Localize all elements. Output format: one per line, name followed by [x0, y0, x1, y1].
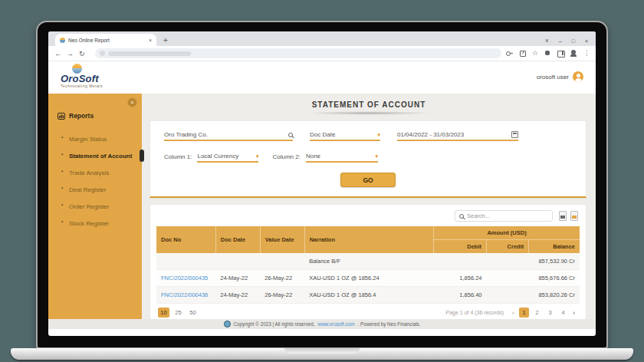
- page-size-50[interactable]: 50: [187, 308, 199, 318]
- col-credit[interactable]: Credit: [487, 240, 529, 254]
- column2-select[interactable]: None ▾: [306, 153, 378, 163]
- chevron-down-icon: ▾: [256, 153, 259, 160]
- column1-select[interactable]: Local Currency ▾: [197, 153, 258, 163]
- cell-credit: [487, 270, 529, 287]
- bullet-icon: ▪: [61, 152, 63, 156]
- sidebar-close-icon[interactable]: ×: [127, 97, 137, 107]
- user-menu[interactable]: orosoft user: [537, 71, 583, 82]
- sidebar-item-margin-status[interactable]: ▪ Margin Status: [48, 130, 142, 147]
- user-avatar-icon[interactable]: [573, 71, 583, 82]
- copyright-text: Copyright © 2023 | All rights reserved,: [234, 321, 315, 327]
- csv-label-band: [560, 216, 565, 219]
- browser-menu-icon[interactable]: ⋮: [583, 50, 590, 57]
- cell-narration: Balance B/F: [304, 253, 433, 270]
- next-page-icon[interactable]: ›: [573, 309, 575, 317]
- back-icon[interactable]: ←: [54, 50, 61, 58]
- sidebar-item-order-register[interactable]: ▪ Order Register: [48, 198, 142, 215]
- col-balance[interactable]: Balance: [529, 240, 580, 254]
- bullet-icon: ▪: [61, 169, 63, 173]
- site-info-icon: [100, 51, 105, 56]
- page-button-2[interactable]: 2: [532, 308, 542, 318]
- page-size-10[interactable]: 10: [158, 308, 169, 318]
- company-value: Oro Trading Co.: [164, 131, 208, 138]
- extensions-icon[interactable]: [544, 50, 551, 57]
- side-panel-icon[interactable]: [557, 50, 564, 57]
- tab-close-icon[interactable]: ×: [149, 38, 152, 43]
- date-range-input[interactable]: 01/04/2022 - 31/03/2023: [397, 131, 518, 141]
- doc-no-link[interactable]: FNC/2022/000436: [156, 287, 215, 304]
- window-maximize-icon[interactable]: □: [572, 38, 575, 44]
- sidebar-item-label: Statement of Account: [69, 153, 132, 160]
- new-tab-button[interactable]: +: [163, 36, 168, 44]
- cell-balance: 857,532.90 Cr: [529, 253, 580, 270]
- company-input[interactable]: Oro Trading Co.: [164, 131, 293, 141]
- col-debit[interactable]: Debit: [434, 240, 487, 254]
- prev-page-icon[interactable]: ‹: [512, 309, 514, 317]
- password-key-icon[interactable]: [506, 50, 513, 57]
- search-icon[interactable]: [288, 133, 293, 137]
- sidebar-item-statement-of-account[interactable]: ▪ Statement of Account: [48, 147, 142, 164]
- cell-value-date: 26-May-22: [260, 270, 304, 287]
- cell-narration: XAU-USD 1 OZ @ 1856.24: [304, 270, 433, 287]
- sidebar-item-deal-register[interactable]: ▪ Deal Register: [48, 181, 142, 198]
- window-minimize-icon[interactable]: –: [559, 38, 562, 44]
- footer-logo-icon: [224, 321, 231, 327]
- browser-toolbar: ← → ↻ ☆ ⋮: [48, 46, 596, 61]
- xls-label-band: [572, 216, 577, 219]
- filter-panel: Oro Trading Co. Doc Date ▾ 01/04/2022 - …: [150, 120, 586, 198]
- page-button-3[interactable]: 3: [545, 308, 555, 318]
- page-button-1[interactable]: 1: [519, 308, 529, 318]
- forward-icon[interactable]: →: [67, 50, 74, 58]
- reload-icon[interactable]: ↻: [79, 50, 85, 58]
- col-value-date[interactable]: Value Date: [260, 226, 304, 253]
- laptop-mockup: Neo Online Report × + ∨ – □ × ← → ↻: [0, 0, 644, 362]
- calendar-icon[interactable]: [511, 131, 518, 138]
- orosoft-logo: OroSoft Technovating Metals: [61, 64, 103, 88]
- doc-no-link[interactable]: FNC/2022/000435: [156, 270, 215, 287]
- excel-export-icon[interactable]: [570, 211, 578, 221]
- cell-doc-date: [215, 253, 260, 270]
- window-close-icon[interactable]: ×: [585, 38, 588, 44]
- sidebar-item-trade-analysis[interactable]: ▪ Trade Analysis: [48, 164, 142, 181]
- app-footer: Copyright © 2023 | All rights reserved, …: [48, 319, 596, 329]
- csv-export-icon[interactable]: [559, 211, 567, 221]
- orosoft-link[interactable]: www.orosoft.com: [318, 321, 355, 327]
- col-doc-no[interactable]: Doc No: [156, 226, 215, 253]
- content-area: × Reports ▪ Margin Status ▪ Statement of…: [48, 94, 596, 319]
- laptop-screen: Neo Online Report × + ∨ – □ × ← → ↻: [36, 21, 608, 349]
- go-button[interactable]: GO: [340, 173, 396, 187]
- results-panel: Search...: [150, 204, 586, 319]
- date-type-select[interactable]: Doc Date ▾: [310, 131, 380, 141]
- cell-credit: [487, 287, 529, 304]
- active-item-marker: [140, 150, 144, 162]
- col-doc-date[interactable]: Doc Date: [215, 226, 260, 253]
- tab-favicon-icon: [60, 38, 65, 43]
- cell-value-date: 26-May-22: [260, 287, 304, 304]
- sidebar-item-label: Trade Analysis: [69, 169, 109, 176]
- cell-doc-no: [156, 253, 215, 270]
- sidebar-item-stock-register[interactable]: ▪ Stock Register: [48, 215, 142, 232]
- browser-profile-icon[interactable]: [570, 50, 577, 57]
- window-dropdown-icon[interactable]: ∨: [545, 38, 549, 44]
- table-search-input[interactable]: Search...: [455, 210, 553, 222]
- cell-balance: 853,820.26 Cr: [529, 287, 580, 304]
- page-info-label: Page 1 of 4 (36 records): [446, 310, 504, 315]
- cell-credit: [487, 253, 529, 270]
- share-icon[interactable]: [519, 50, 526, 57]
- logo-tagline: Technovating Metals: [61, 84, 103, 88]
- browser-tab[interactable]: Neo Online Report ×: [55, 34, 156, 46]
- search-placeholder: Search...: [467, 212, 490, 219]
- address-bar[interactable]: [95, 48, 501, 58]
- bookmark-star-icon[interactable]: ☆: [532, 50, 538, 57]
- column2-value: None: [306, 153, 320, 160]
- chevron-down-icon: ▾: [377, 132, 380, 138]
- tab-title: Neo Online Report: [68, 38, 146, 43]
- page-button-4[interactable]: 4: [558, 308, 568, 318]
- sidebar-menu: ▪ Margin Status ▪ Statement of Account ▪…: [48, 130, 142, 232]
- date-type-value: Doc Date: [310, 131, 335, 138]
- title-shadow: [304, 111, 434, 115]
- page-size-25[interactable]: 25: [172, 308, 184, 318]
- window-controls: ∨ – □ ×: [545, 38, 596, 46]
- col-narration[interactable]: Narration: [304, 226, 433, 253]
- table-row: Balance B/F 857,532.90 Cr: [156, 253, 580, 270]
